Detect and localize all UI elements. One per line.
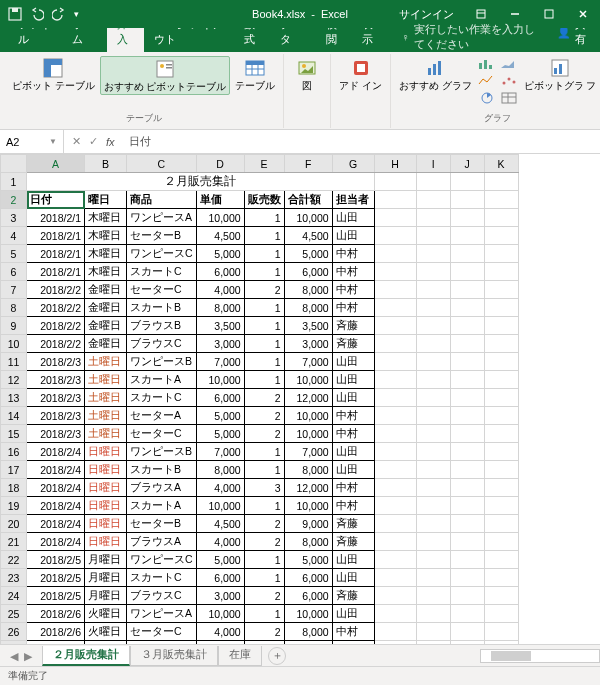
cell[interactable]: 4,000 bbox=[196, 281, 244, 299]
cell[interactable]: 2 bbox=[244, 533, 284, 551]
cell[interactable]: 6,000 bbox=[196, 389, 244, 407]
cell[interactable]: セーターB bbox=[127, 227, 197, 245]
column-header[interactable]: K bbox=[484, 155, 518, 173]
cell[interactable]: 金曜日 bbox=[85, 299, 127, 317]
cell[interactable]: セーターA bbox=[127, 407, 197, 425]
cell[interactable]: 金曜日 bbox=[85, 317, 127, 335]
cell[interactable]: 山田 bbox=[332, 371, 374, 389]
cell[interactable]: スカートB bbox=[127, 461, 197, 479]
cell[interactable]: 土曜日 bbox=[85, 371, 127, 389]
cell[interactable]: 日曜日 bbox=[85, 533, 127, 551]
cell[interactable]: 2 bbox=[244, 425, 284, 443]
addins-button[interactable]: アド イン bbox=[336, 56, 385, 93]
cell[interactable]: 4,000 bbox=[196, 623, 244, 641]
cell[interactable]: 山田 bbox=[332, 353, 374, 371]
save-icon[interactable] bbox=[8, 7, 22, 21]
column-header[interactable]: D bbox=[196, 155, 244, 173]
cell[interactable]: 火曜日 bbox=[85, 623, 127, 641]
cell[interactable]: 12,000 bbox=[284, 479, 332, 497]
cell[interactable]: セーターB bbox=[127, 641, 197, 645]
table-header[interactable]: 商品 bbox=[127, 191, 197, 209]
cell[interactable]: スカートA bbox=[127, 371, 197, 389]
cell[interactable]: 2018/2/5 bbox=[27, 569, 85, 587]
formula-input[interactable]: 日付 bbox=[123, 134, 151, 149]
cell[interactable]: 日曜日 bbox=[85, 497, 127, 515]
cell[interactable]: 2018/2/4 bbox=[27, 515, 85, 533]
cell[interactable]: ブラウスC bbox=[127, 587, 197, 605]
sheet-tab[interactable]: ２月販売集計 bbox=[42, 646, 130, 666]
cell[interactable]: 中村 bbox=[332, 623, 374, 641]
cell[interactable]: 6,000 bbox=[284, 263, 332, 281]
horizontal-scrollbar[interactable] bbox=[480, 649, 600, 663]
cell[interactable]: 日曜日 bbox=[85, 461, 127, 479]
cell[interactable]: 2018/2/4 bbox=[27, 461, 85, 479]
cell[interactable]: 2018/2/5 bbox=[27, 587, 85, 605]
cell[interactable]: ブラウスA bbox=[127, 479, 197, 497]
formula-controls[interactable]: ✕✓fx bbox=[64, 135, 123, 148]
cell[interactable]: 5,000 bbox=[196, 551, 244, 569]
cell[interactable]: 4,500 bbox=[284, 227, 332, 245]
cell[interactable]: スカートA bbox=[127, 497, 197, 515]
tell-me[interactable]: ♀実行したい作業を入力してください bbox=[401, 22, 545, 52]
cell[interactable]: 2018/2/6 bbox=[27, 641, 85, 645]
sheet-nav[interactable]: ◀▶ bbox=[0, 650, 42, 662]
table-header[interactable]: 販売数 bbox=[244, 191, 284, 209]
cell[interactable]: 土曜日 bbox=[85, 407, 127, 425]
cell[interactable]: 金曜日 bbox=[85, 335, 127, 353]
recommended-charts-button[interactable]: おすすめ グラフ bbox=[396, 56, 475, 93]
redo-icon[interactable] bbox=[52, 7, 66, 21]
cell[interactable]: 9,000 bbox=[284, 515, 332, 533]
cell[interactable]: 10,000 bbox=[196, 209, 244, 227]
cell[interactable]: セーターC bbox=[127, 623, 197, 641]
cell[interactable]: 1 bbox=[244, 227, 284, 245]
recommended-pivot-button[interactable]: おすすめ ピボットテーブル bbox=[100, 56, 231, 95]
cell[interactable]: 10,000 bbox=[196, 605, 244, 623]
cell[interactable]: 3,000 bbox=[196, 335, 244, 353]
cell[interactable]: 8,000 bbox=[284, 623, 332, 641]
cell[interactable]: 火曜日 bbox=[85, 605, 127, 623]
cell[interactable]: 1 bbox=[244, 641, 284, 645]
cell[interactable]: 1 bbox=[244, 371, 284, 389]
cell[interactable]: 8,000 bbox=[284, 281, 332, 299]
cell[interactable]: 2018/2/3 bbox=[27, 353, 85, 371]
cell[interactable]: 12,000 bbox=[284, 389, 332, 407]
cell[interactable]: 木曜日 bbox=[85, 245, 127, 263]
cell[interactable]: 10,000 bbox=[284, 371, 332, 389]
cell[interactable]: スカートC bbox=[127, 263, 197, 281]
cell[interactable]: 日曜日 bbox=[85, 443, 127, 461]
cell[interactable]: 2 bbox=[244, 281, 284, 299]
cell[interactable]: 木曜日 bbox=[85, 227, 127, 245]
cell[interactable]: 山田 bbox=[332, 227, 374, 245]
cell[interactable]: 5,000 bbox=[196, 245, 244, 263]
cell[interactable]: 3,000 bbox=[284, 335, 332, 353]
cell[interactable]: 2018/2/3 bbox=[27, 425, 85, 443]
cell[interactable]: 土曜日 bbox=[85, 389, 127, 407]
cell[interactable]: 木曜日 bbox=[85, 209, 127, 227]
cell[interactable]: 土曜日 bbox=[85, 425, 127, 443]
sheet-tab[interactable]: 在庫 bbox=[218, 646, 262, 666]
cell[interactable]: 6,000 bbox=[284, 569, 332, 587]
cell[interactable]: 2018/2/3 bbox=[27, 371, 85, 389]
cell[interactable]: 10,000 bbox=[196, 497, 244, 515]
close-icon[interactable] bbox=[566, 0, 600, 28]
cell[interactable]: 7,000 bbox=[284, 353, 332, 371]
cell[interactable]: 1 bbox=[244, 299, 284, 317]
cell[interactable]: 5,000 bbox=[284, 245, 332, 263]
cell[interactable]: 斉藤 bbox=[332, 335, 374, 353]
cell[interactable]: 山田 bbox=[332, 209, 374, 227]
cell[interactable]: 山田 bbox=[332, 389, 374, 407]
cell[interactable]: 2018/2/1 bbox=[27, 263, 85, 281]
column-header[interactable]: A bbox=[27, 155, 85, 173]
cell[interactable]: 2018/2/6 bbox=[27, 605, 85, 623]
cell[interactable]: ワンピースB bbox=[127, 443, 197, 461]
cell[interactable]: 中村 bbox=[332, 299, 374, 317]
cell[interactable]: 1 bbox=[244, 209, 284, 227]
cell[interactable]: 10,000 bbox=[284, 425, 332, 443]
cell[interactable]: 月曜日 bbox=[85, 569, 127, 587]
cell[interactable]: 2018/2/4 bbox=[27, 497, 85, 515]
signin-button[interactable]: サインイン bbox=[389, 7, 464, 22]
cell[interactable]: 2018/2/3 bbox=[27, 407, 85, 425]
column-header[interactable]: E bbox=[244, 155, 284, 173]
cell[interactable]: ワンピースC bbox=[127, 245, 197, 263]
cell[interactable]: 2018/2/1 bbox=[27, 227, 85, 245]
